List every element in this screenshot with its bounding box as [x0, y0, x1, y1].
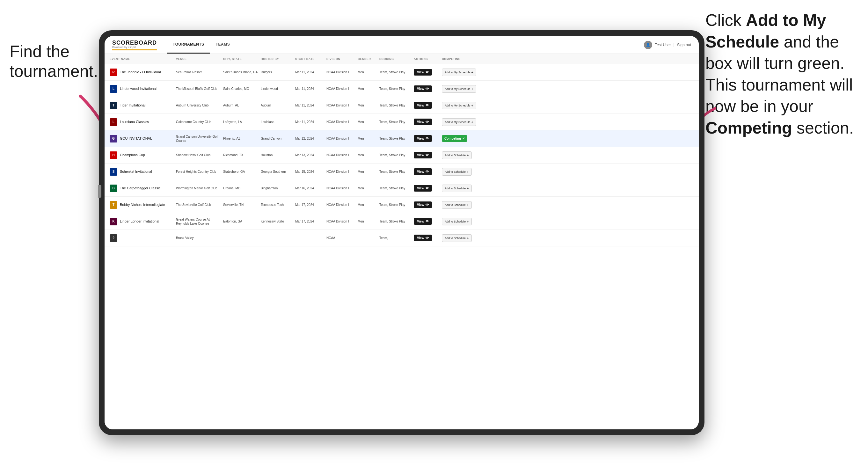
table-cell: Binghamton — [261, 186, 292, 190]
add-to-schedule-button[interactable]: Add to My Schedule + — [442, 85, 476, 93]
table-header-row: EVENT NAME VENUE CITY, STATE HOSTED BY S… — [104, 54, 699, 64]
table-cell: Men — [358, 186, 377, 190]
actions-cell: View 👁 — [414, 119, 439, 125]
plus-icon: + — [467, 170, 469, 174]
add-to-schedule-button[interactable]: Add to Schedule + — [442, 201, 472, 209]
col-gender: GENDER — [358, 57, 377, 61]
tab-tournaments[interactable]: TOURNAMENTS — [167, 36, 210, 54]
event-name-cell: RThe Johnnie - O Individual — [110, 68, 174, 76]
table-cell: Team, Stroke Play — [379, 203, 411, 207]
eye-icon: 👁 — [426, 170, 429, 174]
tab-teams[interactable]: TEAMS — [210, 36, 236, 54]
table-cell: Lafayette, LA — [223, 120, 258, 124]
eye-icon: 👁 — [426, 70, 429, 74]
table-cell: Brook Valley — [176, 236, 221, 240]
competing-cell: Add to Schedule + — [442, 151, 483, 159]
event-name-cell: LLouisiana Classics — [110, 118, 174, 126]
plus-icon: + — [471, 70, 473, 74]
logo-sub: Powered by clippd — [112, 45, 157, 49]
table-cell: Lindenwood — [261, 87, 292, 91]
add-to-schedule-button[interactable]: Add to Schedule + — [442, 185, 472, 192]
actions-cell: View 👁 — [414, 201, 439, 208]
event-name-cell: ? — [110, 234, 174, 242]
table-cell: Louisiana — [261, 120, 292, 124]
eye-icon: 👁 — [426, 153, 429, 157]
team-logo: L — [110, 118, 117, 126]
plus-icon: + — [467, 236, 469, 240]
table-cell: Men — [358, 169, 377, 174]
team-logo: ? — [110, 234, 117, 242]
team-logo: L — [110, 85, 117, 93]
table-cell: NCAA Division I — [327, 169, 355, 174]
table-cell: Team, Stroke Play — [379, 153, 411, 157]
table-cell: Statesboro, GA — [223, 169, 258, 174]
app-header: SCOREBOARD Powered by clippd TOURNAMENTS… — [104, 36, 699, 54]
col-city-state: CITY, STATE — [223, 57, 258, 61]
logo-text: SCOREBOARD — [112, 39, 157, 46]
eye-icon: 👁 — [426, 87, 429, 91]
competing-cell: Add to Schedule + — [442, 201, 483, 209]
table-cell: Tennessee Tech — [261, 203, 292, 207]
team-logo: T — [110, 201, 117, 209]
col-hosted-by: HOSTED BY — [261, 57, 292, 61]
add-to-schedule-button[interactable]: Add to Schedule + — [442, 218, 472, 225]
competing-button[interactable]: Competing ✓ — [442, 135, 467, 142]
competing-cell: Add to Schedule + — [442, 185, 483, 192]
team-logo: B — [110, 185, 117, 192]
view-button[interactable]: View 👁 — [414, 218, 432, 225]
view-button[interactable]: View 👁 — [414, 135, 432, 142]
add-to-schedule-button[interactable]: Add to Schedule + — [442, 151, 472, 159]
actions-cell: View 👁 — [414, 185, 439, 192]
header-right: 👤 Test User | Sign out — [644, 41, 691, 49]
event-name-text: Tiger Invitational — [120, 103, 145, 107]
table-cell: NCAA Division I — [327, 203, 355, 207]
event-name-cell: HChampions Cup — [110, 151, 174, 159]
view-button[interactable]: View 👁 — [414, 86, 432, 92]
tablet-frame: SCOREBOARD Powered by clippd TOURNAMENTS… — [99, 30, 705, 435]
side-tab[interactable] — [98, 185, 101, 198]
user-avatar: 👤 — [644, 41, 652, 49]
table-cell: NCAA Division I — [327, 153, 355, 157]
table-row: BThe Carpetbagger ClassicWorthington Man… — [104, 180, 699, 197]
table-cell: Mar 12, 2024 — [295, 136, 324, 141]
table-cell: Mar 13, 2024 — [295, 153, 324, 157]
table-row: SSchenkel InvitationalForest Heights Cou… — [104, 163, 699, 180]
plus-icon: + — [467, 153, 469, 157]
competing-cell: Add to Schedule + — [442, 168, 483, 176]
view-button[interactable]: View 👁 — [414, 102, 432, 109]
table-cell: NCAA Division I — [327, 219, 355, 223]
table-cell: Sevierville, TN — [223, 203, 258, 207]
table-cell: Team, Stroke Play — [379, 136, 411, 141]
event-name-cell: KLinger Longer Invitational — [110, 218, 174, 225]
view-button[interactable]: View 👁 — [414, 201, 432, 208]
actions-cell: View 👁 — [414, 69, 439, 75]
table-cell: Urbana, MD — [223, 186, 258, 190]
table-cell: Men — [358, 70, 377, 74]
team-logo: H — [110, 151, 117, 159]
competing-cell: Competing ✓ — [442, 135, 483, 142]
add-to-schedule-button[interactable]: Add to My Schedule + — [442, 102, 476, 110]
add-to-schedule-button[interactable]: Add to My Schedule + — [442, 118, 476, 126]
view-button[interactable]: View 👁 — [414, 185, 432, 192]
table-cell: Auburn — [261, 103, 292, 107]
view-button[interactable]: View 👁 — [414, 235, 432, 241]
table-cell: Mar 17, 2024 — [295, 219, 324, 223]
add-to-schedule-button[interactable]: Add to My Schedule + — [442, 68, 476, 76]
event-name-cell: LLindenwood Invitational — [110, 85, 174, 93]
table-cell: Men — [358, 87, 377, 91]
col-start-date: START DATE — [295, 57, 324, 61]
table-row: LLindenwood InvitationalThe Missouri Blu… — [104, 81, 699, 97]
add-to-schedule-button[interactable]: Add to Schedule + — [442, 234, 472, 242]
view-button[interactable]: View 👁 — [414, 69, 432, 75]
table-cell: Saint Charles, MO — [223, 87, 258, 91]
view-button[interactable]: View 👁 — [414, 119, 432, 125]
view-button[interactable]: View 👁 — [414, 152, 432, 158]
event-name-text: Linger Longer Invitational — [120, 219, 159, 223]
table-cell: Mar 11, 2024 — [295, 120, 324, 124]
view-button[interactable]: View 👁 — [414, 168, 432, 175]
table-cell: The Sevierville Golf Club — [176, 203, 221, 207]
table-cell: Team, Stroke Play — [379, 169, 411, 174]
table-cell: Forest Heights Country Club — [176, 169, 221, 174]
sign-out-link[interactable]: Sign out — [677, 43, 691, 47]
add-to-schedule-button[interactable]: Add to Schedule + — [442, 168, 472, 176]
